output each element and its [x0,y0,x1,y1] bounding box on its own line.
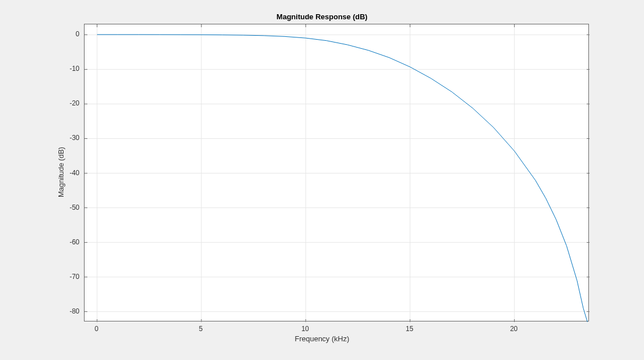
x-tick-label: 20 [510,325,517,333]
y-tick-label: -50 [60,204,79,211]
x-tick-label: 10 [301,325,309,333]
plot-canvas [85,24,590,322]
y-tick-label: -10 [60,65,79,73]
x-tick-label: 15 [406,325,413,333]
y-tick-label: 0 [60,30,79,38]
y-tick-label: -60 [60,238,79,246]
x-axis-label: Frequency (kHz) [0,334,644,343]
figure-window: Magnitude Response (dB) 05101520 -80-70-… [0,0,644,360]
x-tick-label: 5 [199,325,203,333]
y-tick-label: -70 [60,273,79,281]
y-axis-label: Magnitude (dB) [57,147,65,197]
series-filter-response [97,35,587,322]
y-tick-label: -20 [60,99,79,107]
x-tick-label: 0 [95,325,99,333]
y-tick-label: -30 [60,134,79,142]
y-tick-label: -80 [60,307,79,315]
plot-axes[interactable] [84,24,589,321]
chart-title: Magnitude Response (dB) [0,12,644,21]
